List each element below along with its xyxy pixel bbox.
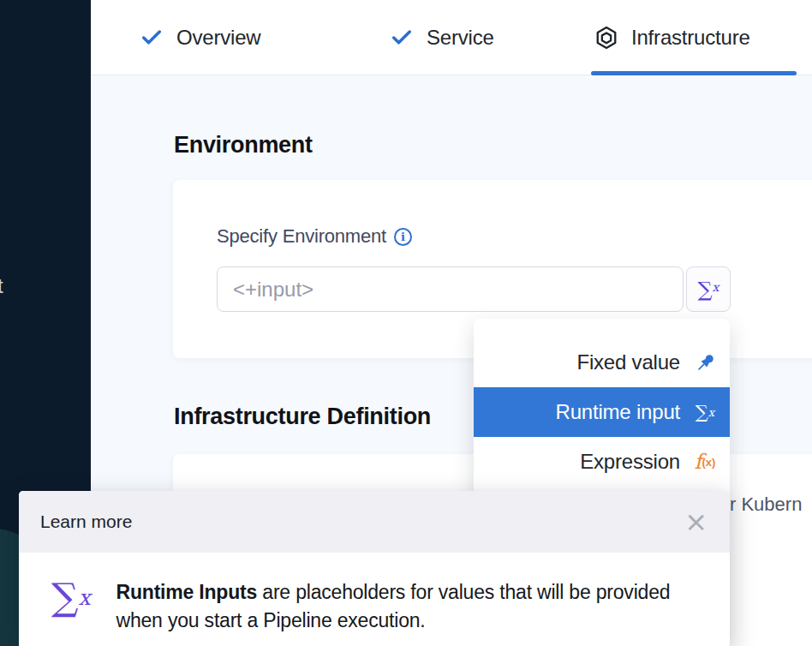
runtime-input-type-button[interactable]: ∑x	[686, 266, 731, 312]
info-icon[interactable]: i	[394, 228, 412, 246]
input-type-menu: Fixed value Runtime input ∑x Expression …	[474, 319, 730, 500]
tab-service[interactable]: Service	[390, 0, 494, 75]
hexagon-icon	[594, 26, 618, 50]
tab-service-label: Service	[427, 26, 494, 50]
tab-infrastructure-label: Infrastructure	[631, 26, 750, 50]
sidebar-clipped-label: t	[0, 274, 3, 298]
learn-more-body: ∑x Runtime Inputs are placeholders for v…	[19, 553, 730, 635]
learn-more-text: Runtime Inputs are placeholders for valu…	[116, 578, 682, 635]
check-icon	[390, 26, 414, 50]
stage-tab-bar: Overview Service Infrastructure	[91, 0, 812, 75]
tab-overview-label: Overview	[176, 26, 260, 50]
close-icon[interactable]: ×	[684, 508, 708, 535]
sigma-icon: ∑x	[697, 279, 719, 300]
check-icon	[140, 26, 164, 50]
environment-heading: Environment	[174, 132, 313, 159]
environment-input[interactable]	[217, 266, 684, 312]
tab-overview[interactable]: Overview	[140, 0, 260, 75]
sigma-icon: ∑x	[691, 404, 719, 422]
learn-more-popover: Learn more × ∑x Runtime Inputs are place…	[19, 491, 730, 646]
active-tab-underline	[591, 71, 797, 75]
infrastructure-clipped-text: r Kubern	[730, 493, 802, 516]
menu-item-label: Fixed value	[576, 350, 680, 374]
fx-icon: f(x)	[691, 452, 719, 472]
pin-icon	[691, 351, 719, 374]
specify-environment-label: Specify Environment	[217, 225, 386, 248]
menu-item-label: Expression	[580, 450, 680, 474]
app-window: t Environment Specify Environment i ∑x I…	[0, 0, 812, 646]
sigma-icon: ∑x	[51, 578, 91, 635]
menu-item-fixed-value[interactable]: Fixed value	[474, 338, 730, 387]
infrastructure-heading: Infrastructure Definition	[174, 404, 431, 430]
menu-item-expression[interactable]: Expression f(x)	[474, 437, 730, 487]
tab-infrastructure[interactable]: Infrastructure	[594, 0, 750, 75]
menu-item-runtime-input[interactable]: Runtime input ∑x	[474, 387, 730, 437]
learn-more-title: Learn more	[40, 511, 132, 532]
menu-item-label: Runtime input	[556, 400, 680, 424]
specify-environment-row: Specify Environment i	[217, 225, 412, 248]
learn-more-header: Learn more ×	[19, 491, 730, 553]
